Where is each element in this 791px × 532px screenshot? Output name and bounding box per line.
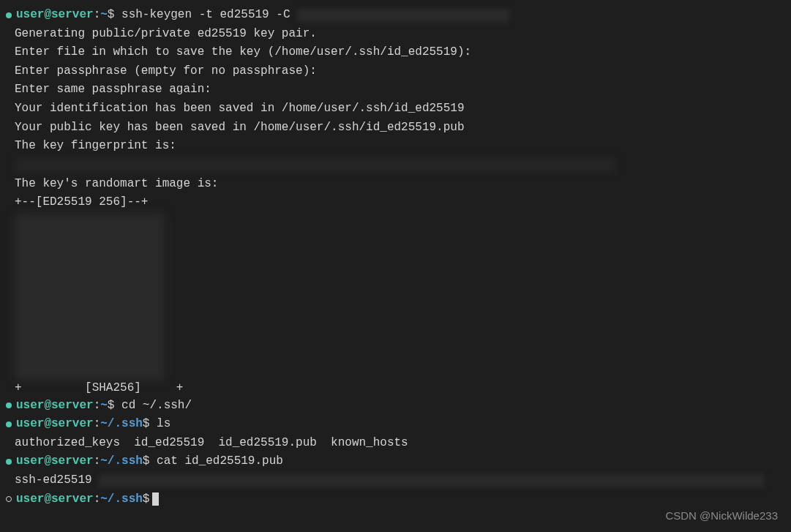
prompt-path: ~ — [100, 6, 108, 25]
prompt-line-3: user@server:~/.ssh$ ls — [0, 415, 791, 434]
prompt-line-5[interactable]: user@server:~/.ssh$ — [0, 490, 791, 509]
output-line: The key's randomart image is: — [0, 175, 791, 194]
bullet-filled-icon — [6, 422, 12, 427]
output-line: Enter same passphrase again: — [0, 80, 791, 100]
prompt-user: user@server — [16, 397, 94, 416]
redacted-email — [297, 9, 509, 22]
output-line: Enter passphrase (empty for no passphras… — [0, 62, 791, 81]
redacted-fingerprint — [15, 158, 615, 173]
output-line: The key fingerprint is: — [0, 137, 791, 156]
output-line: +--[ED25519 256]--+ — [0, 193, 791, 212]
ls-output: authorized_keys id_ed25519 id_ed25519.pu… — [0, 434, 791, 453]
command-text: ssh-keygen -t ed25519 -C — [121, 6, 290, 25]
output-line: Your identification has been saved in /h… — [0, 100, 791, 119]
command-text: cd ~/.ssh/ — [121, 397, 192, 416]
prompt-line-4: user@server:~/.ssh$ cat id_ed25519.pub — [0, 452, 791, 471]
prompt-path: ~ — [100, 397, 108, 416]
prompt-user: user@server — [16, 6, 94, 25]
cat-output-line: ssh-ed25519 — [0, 471, 791, 490]
command-text: ls — [157, 415, 170, 434]
prompt-line-2: user@server:~$ cd ~/.ssh/ — [0, 397, 791, 416]
prompt-user: user@server — [16, 415, 94, 434]
redacted-randomart — [15, 214, 165, 381]
bullet-filled-icon — [6, 12, 12, 18]
output-line: Generating public/private ed25519 key pa… — [0, 25, 791, 44]
output-line: Your public key has been saved in /home/… — [0, 119, 791, 138]
terminal-output[interactable]: user@server:~$ ssh-keygen -t ed25519 -C … — [0, 6, 791, 509]
output-line-sha: + [SHA256] + — [0, 379, 791, 398]
prompt-user: user@server — [16, 490, 94, 509]
prompt-path: ~/.ssh — [100, 415, 143, 434]
prompt-line-1: user@server:~$ ssh-keygen -t ed25519 -C — [0, 6, 791, 25]
prompt-path: ~/.ssh — [100, 452, 143, 471]
prompt-path: ~/.ssh — [100, 490, 143, 509]
bullet-filled-icon — [6, 459, 12, 465]
bullet-hollow-icon — [6, 496, 12, 502]
prompt-user: user@server — [16, 452, 94, 471]
command-text: cat id_ed25519.pub — [157, 452, 283, 471]
watermark-text: CSDN @NickWilde233 — [665, 507, 778, 525]
bullet-filled-icon — [6, 402, 12, 408]
output-line: Enter file in which to save the key (/ho… — [0, 43, 791, 62]
redacted-pubkey — [99, 474, 765, 487]
cursor-icon — [152, 492, 159, 506]
